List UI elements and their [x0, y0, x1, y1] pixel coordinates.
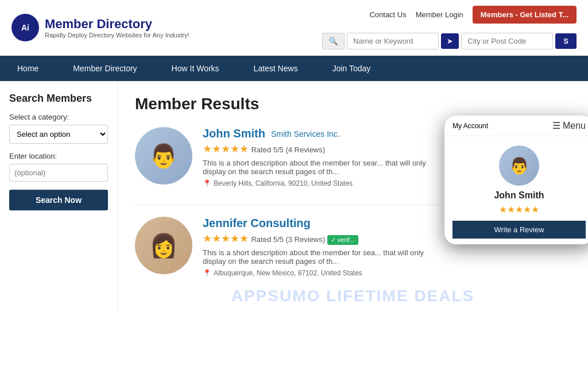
member-stars-1: ★★★★★ — [203, 143, 249, 155]
member-login-link[interactable]: Member Login — [416, 10, 463, 19]
my-account-label: My Account — [452, 122, 488, 130]
location-pin-icon-1: 📍 — [203, 179, 211, 187]
mobile-overlay: My Account ☰ Menu 👨 John Smith ★★★★★ Wri… — [444, 116, 588, 244]
location-icon-button[interactable]: ➤ — [441, 33, 459, 49]
header-search-bar: 🔍 ➤ S — [322, 33, 577, 49]
nav-join-today[interactable]: Join Today — [315, 56, 388, 81]
member-location-1: 📍 Beverly Hills, California, 90210, Unit… — [203, 179, 444, 187]
nav-how-it-works[interactable]: How It Works — [154, 56, 237, 81]
mobile-avatar-section: 👨 John Smith ★★★★★ Write a Review — [444, 136, 588, 244]
member-avatar-1: 👨 — [135, 127, 192, 185]
name-keyword-input[interactable] — [347, 33, 439, 49]
member-company-1: Smith Services Inc. — [271, 129, 340, 139]
results-content: Member Results 👨 John Smith Smith Servic… — [118, 81, 588, 311]
mobile-menu-icon[interactable]: ☰ Menu — [552, 120, 586, 131]
member-stars-2: ★★★★★ — [203, 233, 249, 244]
logo-icon: Ai — [11, 14, 39, 41]
member-name-row-2: Jennifer Consulting — [203, 217, 444, 230]
member-rating-row-1: ★★★★★ Rated 5/5 (4 Reviews) — [203, 143, 444, 155]
mobile-member-stars: ★★★★★ — [499, 204, 539, 215]
mobile-top-bar: My Account ☰ Menu — [444, 116, 588, 136]
mobile-member-avatar: 👨 — [499, 145, 539, 186]
main-layout: Search Members Select a category: Select… — [0, 81, 588, 311]
location-input[interactable] — [461, 33, 553, 49]
logo-section: Ai Member Directory Rapidly Deploy Direc… — [11, 14, 189, 41]
site-name: Member Directory — [45, 17, 189, 32]
watermark: APPSUMO LIFETIME DEALS — [231, 287, 475, 305]
member-desc-1: This is a short description about the me… — [203, 159, 444, 176]
header-right: Contact Us Member Login Members - Get Li… — [322, 6, 577, 49]
main-nav: Home Member Directory How It Works Lates… — [0, 56, 588, 81]
member-name-1[interactable]: John Smith — [203, 127, 265, 140]
nav-member-directory[interactable]: Member Directory — [56, 56, 154, 81]
header-links: Contact Us Member Login Members - Get Li… — [369, 6, 577, 24]
category-label: Select a category: — [9, 113, 108, 121]
member-name-2[interactable]: Jennifer Consulting — [203, 217, 311, 230]
sidebar-title: Search Members — [9, 93, 108, 105]
member-desc-2: This is a short description about the me… — [203, 248, 444, 266]
location-pin-icon-2: 📍 — [203, 269, 211, 277]
header: Ai Member Directory Rapidly Deploy Direc… — [0, 0, 588, 56]
member-info-2: Jennifer Consulting ★★★★★ Rated 5/5 (3 R… — [203, 217, 444, 277]
results-title: Member Results — [135, 95, 571, 113]
mobile-screen: My Account ☰ Menu 👨 John Smith ★★★★★ Wri… — [444, 116, 588, 244]
contact-us-link[interactable]: Contact Us — [369, 10, 406, 19]
site-branding: Member Directory Rapidly Deploy Director… — [45, 17, 189, 39]
write-review-button[interactable]: Write a Review — [452, 221, 586, 239]
mobile-member-name: John Smith — [494, 190, 544, 201]
member-avatar-2: 👩 — [135, 217, 192, 274]
location-label: Enter location: — [9, 152, 108, 160]
search-now-button[interactable]: Search Now — [9, 190, 108, 210]
location-field[interactable] — [9, 164, 108, 182]
search-submit-button[interactable]: S — [555, 33, 577, 49]
search-sidebar: Search Members Select a category: Select… — [0, 81, 118, 311]
member-location-2: 📍 Albuquerque, New Mexico, 87102, United… — [203, 269, 444, 277]
nav-home[interactable]: Home — [0, 56, 56, 81]
member-name-row-1: John Smith Smith Services Inc. — [203, 127, 444, 140]
member-rating-row-2: ★★★★★ Rated 5/5 (3 Reviews) ✓ verif... — [203, 232, 444, 245]
site-tagline: Rapidly Deploy Directory Websites for An… — [45, 32, 189, 39]
member-info-1: John Smith Smith Services Inc. ★★★★★ Rat… — [203, 127, 444, 187]
get-listed-button[interactable]: Members - Get Listed T... — [473, 6, 577, 24]
verified-badge-2: ✓ verif... — [327, 235, 358, 245]
search-icon-button[interactable]: 🔍 — [322, 33, 345, 49]
member-rating-text-2: Rated 5/5 (3 Reviews) — [251, 235, 327, 244]
member-rating-text-1: Rated 5/5 (4 Reviews) — [251, 145, 325, 154]
nav-latest-news[interactable]: Latest News — [237, 56, 315, 81]
category-select[interactable]: Select an option — [9, 125, 108, 144]
